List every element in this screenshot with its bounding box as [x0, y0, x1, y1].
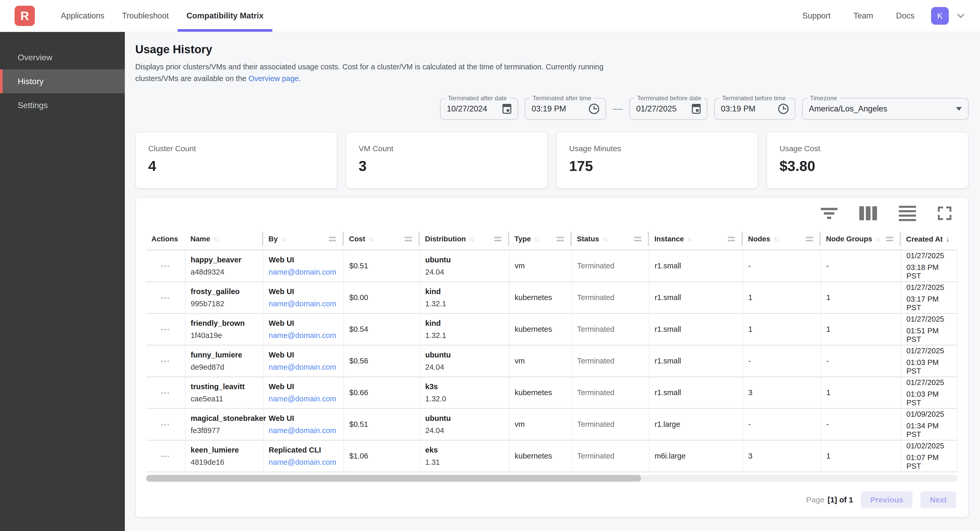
created-date: 01/27/2025	[907, 378, 952, 387]
fullscreen-icon[interactable]	[938, 206, 951, 220]
filter-terminated-after-time[interactable]: Terminated after time	[525, 98, 606, 120]
column-drag-icon[interactable]	[634, 237, 641, 241]
created-by: Web UI	[269, 351, 338, 359]
column-drag-icon[interactable]	[886, 237, 893, 241]
created-by: Web UI	[269, 382, 338, 391]
row-actions-button[interactable]: •••	[161, 326, 170, 333]
clock-icon[interactable]	[778, 104, 789, 114]
column-header-name[interactable]: Name↑↓	[185, 228, 263, 250]
column-header-cost[interactable]: Cost↑↓	[344, 228, 420, 250]
node-groups-value: -	[826, 357, 896, 365]
column-label: Node Groups	[826, 235, 872, 243]
column-header-by[interactable]: By↑↓	[263, 228, 344, 250]
cost-value: $0.51	[349, 420, 414, 429]
cost-value: $0.56	[349, 357, 414, 365]
previous-button[interactable]: Previous	[861, 491, 913, 508]
usage-table-card: Actions Name↑↓ By↑↓ Cost↑↓	[135, 197, 969, 518]
cluster-name: keen_lumiere	[191, 446, 258, 454]
filter-icon[interactable]	[821, 208, 837, 219]
scrollbar-thumb[interactable]	[146, 475, 641, 482]
tab-label: Compatibility Matrix	[186, 11, 264, 21]
email-link[interactable]: name@domain.com	[269, 426, 336, 434]
column-header-instance[interactable]: Instance↑↓	[649, 228, 743, 250]
column-label: Type	[514, 235, 531, 243]
column-drag-icon[interactable]	[728, 237, 735, 241]
email-link[interactable]: name@domain.com	[269, 300, 336, 308]
tab-compatibility-matrix[interactable]: Compatibility Matrix	[178, 0, 272, 32]
table-toolbar	[146, 201, 958, 228]
sidebar-item-history[interactable]: History	[0, 69, 125, 93]
column-header-status[interactable]: Status↑↓	[572, 228, 649, 250]
column-header-node-groups[interactable]: Node Groups↑↓	[821, 228, 901, 250]
column-header-distribution[interactable]: Distribution↑↓	[420, 228, 509, 250]
sidebar-item-settings[interactable]: Settings	[0, 93, 125, 117]
column-header-nodes[interactable]: Nodes↑↓	[743, 228, 821, 250]
sidebar-item-label: History	[18, 77, 44, 86]
avatar[interactable]: K	[931, 7, 949, 25]
column-header-type[interactable]: Type↑↓	[509, 228, 572, 250]
description-line1: Displays prior clusters/VMs and their as…	[135, 63, 603, 71]
column-drag-icon[interactable]	[329, 237, 336, 241]
team-link[interactable]: Team	[854, 11, 873, 21]
row-actions-button[interactable]: •••	[161, 390, 170, 397]
email-link[interactable]: name@domain.com	[269, 363, 336, 371]
support-link[interactable]: Support	[802, 11, 831, 21]
sidebar-item-overview[interactable]: Overview	[0, 46, 125, 69]
row-actions-button[interactable]: •••	[161, 294, 170, 302]
chevron-down-icon[interactable]	[957, 11, 964, 18]
row-actions-button[interactable]: •••	[161, 453, 170, 460]
timezone-value: America/Los_Angeles	[809, 104, 956, 114]
density-icon[interactable]	[899, 206, 916, 221]
terminated-after-time-input[interactable]	[531, 104, 589, 114]
row-actions-button[interactable]: •••	[161, 358, 170, 365]
node-groups-value: -	[826, 420, 896, 429]
sidebar: Overview History Settings	[0, 32, 125, 531]
main-content: Usage History Displays prior clusters/VM…	[125, 32, 980, 531]
email-link[interactable]: name@domain.com	[269, 458, 336, 466]
calendar-icon[interactable]	[692, 104, 701, 114]
terminated-after-date-input[interactable]	[447, 104, 503, 114]
docs-link[interactable]: Docs	[896, 11, 915, 21]
row-actions-button[interactable]: •••	[161, 263, 170, 270]
filter-timezone[interactable]: Timezone America/Los_Angeles	[802, 98, 969, 120]
status-value: Terminated	[577, 388, 644, 397]
email-link[interactable]: name@domain.com	[269, 331, 336, 339]
app-logo[interactable]: R	[14, 6, 35, 26]
email-link[interactable]: name@domain.com	[269, 395, 336, 403]
usage-history-table: Actions Name↑↓ By↑↓ Cost↑↓	[146, 228, 958, 472]
horizontal-scrollbar[interactable]	[146, 475, 958, 482]
sort-icon: ↑↓	[469, 235, 474, 243]
page-title: Usage History	[135, 43, 969, 56]
column-header-created-at[interactable]: Created At↓	[901, 228, 958, 250]
terminated-before-date-input[interactable]	[636, 104, 692, 114]
sort-icon: ↑↓	[602, 235, 607, 243]
cluster-name: happy_beaver	[191, 256, 258, 264]
created-by: Web UI	[269, 414, 338, 423]
sort-icon: ↑↓	[213, 235, 218, 243]
column-drag-icon[interactable]	[806, 237, 813, 241]
clock-icon[interactable]	[589, 104, 599, 114]
calendar-icon[interactable]	[503, 104, 511, 114]
distribution-version: 1.31	[425, 458, 504, 467]
columns-icon[interactable]	[859, 206, 877, 220]
next-button[interactable]: Next	[920, 491, 956, 508]
topbar: R Applications Troubleshoot Compatibilit…	[0, 0, 980, 32]
tab-applications[interactable]: Applications	[52, 0, 113, 32]
node-groups-value: 1	[826, 452, 896, 460]
terminated-before-time-input[interactable]	[721, 104, 778, 114]
filter-terminated-after-date[interactable]: Terminated after date	[440, 98, 518, 120]
column-drag-icon[interactable]	[557, 237, 564, 241]
node-groups-value: 1	[826, 293, 896, 302]
created-time: 01:03 PM PST	[907, 358, 952, 376]
overview-page-link[interactable]: Overview page	[248, 74, 299, 82]
filter-terminated-before-time[interactable]: Terminated before time	[714, 98, 795, 120]
row-actions-button[interactable]: •••	[161, 421, 170, 428]
tab-troubleshoot[interactable]: Troubleshoot	[113, 0, 178, 32]
email-link[interactable]: name@domain.com	[269, 268, 336, 276]
filter-terminated-before-date[interactable]: Terminated before date	[629, 98, 708, 120]
nodes-value: 1	[748, 325, 815, 334]
caret-down-icon[interactable]	[956, 107, 962, 111]
column-drag-icon[interactable]	[405, 237, 412, 241]
column-drag-icon[interactable]	[494, 237, 501, 241]
type-value: vm	[515, 357, 566, 365]
